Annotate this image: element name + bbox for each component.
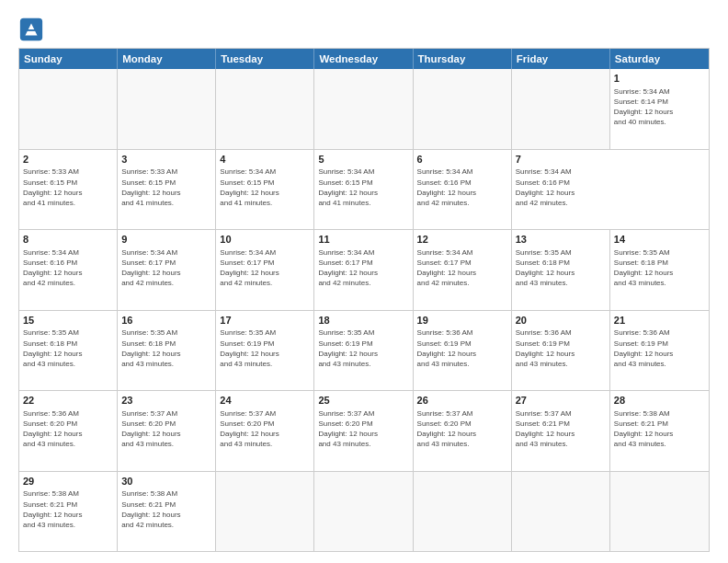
day-cell-24: 24Sunrise: 5:37 AM Sunset: 6:20 PM Dayli… [216,391,314,471]
day-cell-25: 25Sunrise: 5:37 AM Sunset: 6:20 PM Dayli… [314,391,413,471]
day-cell-17: 17Sunrise: 5:35 AM Sunset: 6:19 PM Dayli… [216,311,314,391]
day-cell-13: 13Sunrise: 5:35 AM Sunset: 6:18 PM Dayli… [512,230,610,310]
day-number: 30 [121,475,211,488]
day-cell-3: 3Sunrise: 5:33 AM Sunset: 6:15 PM Daylig… [118,150,216,230]
header-day-saturday: Saturday [610,49,709,69]
day-cell-14: 14Sunrise: 5:35 AM Sunset: 6:18 PM Dayli… [610,230,709,310]
header-day-friday: Friday [512,49,610,69]
day-info: Sunrise: 5:35 AM Sunset: 6:18 PM Dayligh… [516,247,606,289]
day-number: 7 [516,153,607,167]
day-number: 3 [121,153,211,167]
day-number: 4 [220,153,310,167]
day-cell-30: 30Sunrise: 5:38 AM Sunset: 6:21 PM Dayli… [118,472,216,552]
day-cell-16: 16Sunrise: 5:35 AM Sunset: 6:18 PM Dayli… [118,311,216,391]
day-info: Sunrise: 5:34 AM Sunset: 6:17 PM Dayligh… [417,247,507,289]
day-number: 8 [23,233,113,247]
empty-cell [414,69,512,149]
day-number: 19 [417,314,507,327]
empty-cell [512,69,610,149]
header-day-sunday: Sunday [19,49,118,69]
logo-icon [18,17,44,42]
day-cell-7: 7Sunrise: 5:34 AM Sunset: 6:16 PM Daylig… [512,150,610,230]
day-cell-6: 6Sunrise: 5:34 AM Sunset: 6:16 PM Daylig… [414,150,512,230]
day-number: 1 [614,72,705,86]
day-info: Sunrise: 5:36 AM Sunset: 6:20 PM Dayligh… [23,408,113,450]
week-row-4: 22Sunrise: 5:36 AM Sunset: 6:20 PM Dayli… [19,390,709,471]
day-number: 6 [417,153,507,167]
day-info: Sunrise: 5:34 AM Sunset: 6:16 PM Dayligh… [516,167,607,208]
day-info: Sunrise: 5:34 AM Sunset: 6:16 PM Dayligh… [417,167,507,208]
day-cell-21: 21Sunrise: 5:36 AM Sunset: 6:19 PM Dayli… [610,311,709,391]
day-info: Sunrise: 5:37 AM Sunset: 6:21 PM Dayligh… [516,408,606,450]
logo [18,17,48,42]
day-number: 9 [121,233,211,247]
day-info: Sunrise: 5:34 AM Sunset: 6:14 PM Dayligh… [614,86,705,128]
day-number: 22 [23,394,113,408]
header-day-wednesday: Wednesday [314,49,413,69]
day-info: Sunrise: 5:37 AM Sunset: 6:20 PM Dayligh… [121,408,211,450]
day-info: Sunrise: 5:34 AM Sunset: 6:17 PM Dayligh… [121,247,211,289]
day-cell-4: 4Sunrise: 5:34 AM Sunset: 6:15 PM Daylig… [216,150,314,230]
day-number: 27 [516,394,606,408]
day-number: 2 [23,153,113,167]
day-number: 18 [318,314,408,327]
day-cell-18: 18Sunrise: 5:35 AM Sunset: 6:19 PM Dayli… [314,311,413,391]
day-number: 21 [614,314,705,327]
empty-cell [512,472,610,552]
day-number: 12 [417,233,507,247]
day-number: 26 [417,394,507,408]
day-info: Sunrise: 5:35 AM Sunset: 6:18 PM Dayligh… [23,327,113,369]
day-info: Sunrise: 5:35 AM Sunset: 6:18 PM Dayligh… [121,327,211,369]
day-info: Sunrise: 5:33 AM Sunset: 6:15 PM Dayligh… [23,167,113,208]
empty-cell [314,472,413,552]
day-cell-5: 5Sunrise: 5:34 AM Sunset: 6:15 PM Daylig… [314,150,413,230]
calendar-body: 1Sunrise: 5:34 AM Sunset: 6:14 PM Daylig… [19,69,709,551]
week-row-3: 15Sunrise: 5:35 AM Sunset: 6:18 PM Dayli… [19,310,709,391]
day-number: 17 [220,314,310,327]
page-header [18,17,710,42]
day-info: Sunrise: 5:37 AM Sunset: 6:20 PM Dayligh… [417,408,507,450]
day-number: 23 [121,394,211,408]
day-info: Sunrise: 5:33 AM Sunset: 6:15 PM Dayligh… [121,167,211,208]
day-info: Sunrise: 5:37 AM Sunset: 6:20 PM Dayligh… [220,408,310,450]
empty-cell [118,69,216,149]
empty-cell [19,69,118,149]
day-cell-19: 19Sunrise: 5:36 AM Sunset: 6:19 PM Dayli… [414,311,512,391]
day-cell-1: 1Sunrise: 5:34 AM Sunset: 6:14 PM Daylig… [610,69,709,149]
header-day-monday: Monday [118,49,216,69]
day-cell-8: 8Sunrise: 5:34 AM Sunset: 6:16 PM Daylig… [19,230,118,310]
day-info: Sunrise: 5:34 AM Sunset: 6:17 PM Dayligh… [220,247,310,289]
day-info: Sunrise: 5:35 AM Sunset: 6:19 PM Dayligh… [318,327,408,369]
day-info: Sunrise: 5:35 AM Sunset: 6:18 PM Dayligh… [614,247,705,289]
day-cell-9: 9Sunrise: 5:34 AM Sunset: 6:17 PM Daylig… [118,230,216,310]
day-number: 25 [318,394,408,408]
day-number: 10 [220,233,310,247]
day-number: 20 [516,314,606,327]
day-number: 13 [516,233,606,247]
week-row-1: 2Sunrise: 5:33 AM Sunset: 6:15 PM Daylig… [19,149,709,230]
day-number: 29 [23,475,113,488]
day-number: 28 [614,394,705,408]
calendar: SundayMondayTuesdayWednesdayThursdayFrid… [18,48,710,552]
day-number: 14 [614,233,705,247]
week-row-0: 1Sunrise: 5:34 AM Sunset: 6:14 PM Daylig… [19,69,709,149]
day-info: Sunrise: 5:38 AM Sunset: 6:21 PM Dayligh… [614,408,705,450]
day-cell-15: 15Sunrise: 5:35 AM Sunset: 6:18 PM Dayli… [19,311,118,391]
day-cell-2: 2Sunrise: 5:33 AM Sunset: 6:15 PM Daylig… [19,150,118,230]
day-cell-27: 27Sunrise: 5:37 AM Sunset: 6:21 PM Dayli… [512,391,610,471]
week-row-2: 8Sunrise: 5:34 AM Sunset: 6:16 PM Daylig… [19,229,709,310]
week-row-5: 29Sunrise: 5:38 AM Sunset: 6:21 PM Dayli… [19,471,709,552]
page: SundayMondayTuesdayWednesdayThursdayFrid… [0,0,728,563]
day-cell-12: 12Sunrise: 5:34 AM Sunset: 6:17 PM Dayli… [414,230,512,310]
day-info: Sunrise: 5:37 AM Sunset: 6:20 PM Dayligh… [318,408,408,450]
day-info: Sunrise: 5:34 AM Sunset: 6:16 PM Dayligh… [23,247,113,289]
empty-cell [216,69,314,149]
day-info: Sunrise: 5:34 AM Sunset: 6:15 PM Dayligh… [318,167,408,208]
day-number: 5 [318,153,408,167]
day-info: Sunrise: 5:36 AM Sunset: 6:19 PM Dayligh… [516,327,606,369]
empty-cell [314,69,413,149]
day-cell-10: 10Sunrise: 5:34 AM Sunset: 6:17 PM Dayli… [216,230,314,310]
day-cell-26: 26Sunrise: 5:37 AM Sunset: 6:20 PM Dayli… [414,391,512,471]
header-day-thursday: Thursday [414,49,512,69]
empty-cell [414,472,512,552]
